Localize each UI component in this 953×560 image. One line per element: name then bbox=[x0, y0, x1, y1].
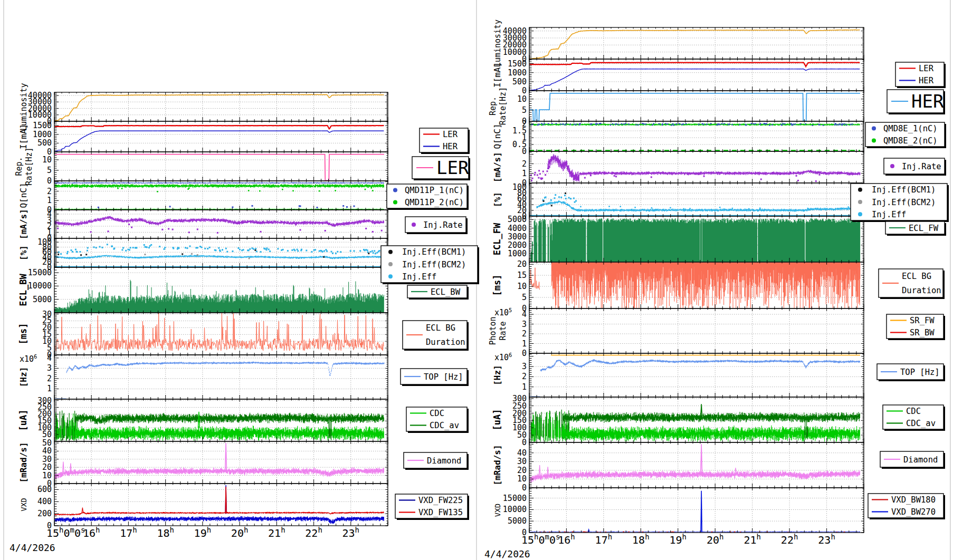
x-axis-labels-right: 15h0m0s16h17h18h19h20h21h22h23h bbox=[521, 533, 835, 546]
svg-text:40: 40 bbox=[42, 446, 52, 456]
svg-text:VXD_BW270: VXD_BW270 bbox=[891, 507, 936, 517]
svg-text:10: 10 bbox=[517, 94, 527, 104]
legend-left-currents: LERHER bbox=[420, 128, 470, 154]
svg-text:Diamond: Diamond bbox=[903, 455, 938, 465]
legend-right-charge: QMD8E_1(nC)QMD8E_2(nC) bbox=[865, 122, 946, 148]
svg-text:Inj.Eff: Inj.Eff bbox=[872, 210, 906, 219]
subplot-left-luminosity: 010000200003000040000Luminosity bbox=[19, 83, 388, 130]
svg-text:5000: 5000 bbox=[33, 295, 52, 304]
svg-text:5000: 5000 bbox=[508, 516, 527, 526]
legend-left-ecl: ECL_BW bbox=[407, 285, 469, 300]
svg-text:LER: LER bbox=[436, 157, 469, 178]
subplot-right-inj-rate: 012[mA/s] bbox=[492, 151, 864, 188]
subplot-right-diamond: 010203040[mRad/s] bbox=[492, 442, 864, 493]
svg-text:LER: LER bbox=[443, 130, 458, 139]
svg-text:TOP [Hz]: TOP [Hz] bbox=[424, 372, 463, 382]
svg-text:19h: 19h bbox=[670, 533, 687, 546]
svg-text:1000: 1000 bbox=[508, 68, 527, 78]
svg-text:40: 40 bbox=[517, 448, 527, 458]
svg-text:QMD11P_1(nC): QMD11P_1(nC) bbox=[405, 186, 464, 195]
svg-text:Rate: Rate bbox=[498, 321, 508, 340]
svg-text:Inj.Rate: Inj.Rate bbox=[902, 162, 941, 171]
svg-text:2: 2 bbox=[47, 374, 52, 383]
svg-text:16h: 16h bbox=[558, 533, 575, 546]
svg-text:10: 10 bbox=[42, 155, 52, 165]
svg-text:22h: 22h bbox=[781, 533, 798, 546]
svg-text:3000: 3000 bbox=[508, 232, 527, 242]
svg-text:Inj.Eff(BCM2): Inj.Eff(BCM2) bbox=[402, 260, 466, 269]
svg-text:2: 2 bbox=[522, 329, 527, 339]
legend-left-ecl-bg: ECL BGDuration bbox=[403, 321, 469, 351]
legend-right-vxd: VXD_BW180VXD_BW270 bbox=[868, 494, 945, 519]
svg-text:4: 4 bbox=[47, 353, 52, 363]
svg-text:16h: 16h bbox=[83, 526, 100, 539]
svg-text:3: 3 bbox=[522, 362, 527, 371]
svg-text:Diamond: Diamond bbox=[427, 456, 461, 466]
legend-right-ecl-bg: ECL BGDuration bbox=[879, 269, 945, 299]
subplot-left-ecl-bg: 051015202530[ms] bbox=[18, 310, 388, 360]
subplot-right-luminosity: 010000200003000040000Luminosity bbox=[493, 20, 864, 67]
svg-text:VXD_FW135: VXD_FW135 bbox=[418, 508, 463, 517]
svg-text:[mA/s]: [mA/s] bbox=[18, 209, 28, 239]
subplot-left-top: 1234[Hz]x106 bbox=[18, 353, 388, 399]
plots-canvas: 010000200003000040000Luminosity050010001… bbox=[0, 0, 953, 560]
legend-left-vxd: VXD_FW225VXD_FW135 bbox=[395, 494, 469, 520]
svg-text:100: 100 bbox=[37, 237, 52, 247]
svg-text:ECL_FW: ECL_FW bbox=[492, 223, 502, 255]
svg-text:50: 50 bbox=[42, 438, 52, 448]
svg-text:Inj.Eff: Inj.Eff bbox=[402, 272, 436, 282]
svg-text:30: 30 bbox=[42, 310, 52, 319]
legend-right-inj-eff: Inj.Eff(BCM1)Inj.Eff(BCM2)Inj.Eff bbox=[851, 184, 949, 222]
legend-left-cdc: CDCCDC_av bbox=[406, 407, 469, 433]
subplot-left-vxd: 0200400600VXD bbox=[20, 484, 388, 530]
svg-text:18h: 18h bbox=[632, 533, 650, 546]
svg-text:500: 500 bbox=[37, 138, 52, 148]
svg-text:300: 300 bbox=[37, 396, 52, 405]
panel-left: 010000200003000040000Luminosity050010001… bbox=[14, 83, 480, 539]
date-label-left: 4/4/2026 bbox=[9, 542, 55, 553]
subplot-right-ecl-fw: 10002000300040005000ECL_FW bbox=[492, 215, 864, 262]
svg-text:Duration: Duration bbox=[426, 337, 465, 347]
svg-text:15h0m0s: 15h0m0s bbox=[46, 526, 85, 539]
date-label-right: 4/4/2026 bbox=[484, 548, 530, 559]
svg-text:[%]: [%] bbox=[18, 245, 28, 260]
x-axis-labels-left: 15h0m0s16h17h18h19h20h21h22h23h bbox=[46, 526, 359, 539]
svg-text:20: 20 bbox=[42, 462, 52, 472]
svg-text:15: 15 bbox=[517, 271, 527, 280]
svg-text:200: 200 bbox=[37, 509, 52, 518]
subplot-left-rep-rate: 0510Rep.Rate[Hz] bbox=[14, 147, 388, 186]
svg-text:21h: 21h bbox=[268, 526, 285, 539]
legend-left-inj-eff: Inj.Eff(BCM1)Inj.Eff(BCM2)Inj.Eff bbox=[381, 246, 479, 284]
svg-text:CDC_av: CDC_av bbox=[906, 419, 936, 428]
svg-text:23h: 23h bbox=[818, 533, 835, 546]
svg-text:CDC: CDC bbox=[906, 407, 921, 416]
svg-text:QMD8E_1(nC): QMD8E_1(nC) bbox=[883, 124, 938, 133]
svg-text:x106: x106 bbox=[494, 352, 512, 362]
svg-text:3: 3 bbox=[47, 363, 52, 373]
legend-left-charge: QMD11P_1(nC)QMD11P_2(nC) bbox=[387, 184, 469, 210]
svg-text:18h: 18h bbox=[157, 526, 174, 539]
svg-text:Inj.Eff(BCM2): Inj.Eff(BCM2) bbox=[872, 198, 936, 207]
svg-text:300: 300 bbox=[512, 394, 527, 403]
svg-text:[ms]: [ms] bbox=[18, 323, 28, 345]
svg-text:1: 1 bbox=[47, 196, 52, 205]
svg-text:CDC: CDC bbox=[430, 409, 444, 418]
svg-text:Rate[Hz]: Rate[Hz] bbox=[24, 147, 34, 185]
svg-text:100: 100 bbox=[512, 182, 527, 192]
svg-text:[Hz]: [Hz] bbox=[18, 367, 28, 388]
subplot-left-cdc: 50100150200250300[uA] bbox=[18, 396, 388, 441]
svg-text:40000: 40000 bbox=[503, 26, 527, 36]
svg-text:ECL BG: ECL BG bbox=[426, 323, 455, 333]
svg-text:[mA/s]: [mA/s] bbox=[492, 152, 502, 182]
svg-text:Rep.: Rep. bbox=[488, 96, 498, 115]
svg-text:[ms]: [ms] bbox=[492, 275, 502, 296]
svg-text:30: 30 bbox=[42, 455, 52, 464]
svg-text:600: 600 bbox=[37, 485, 52, 494]
svg-text:VXD: VXD bbox=[20, 498, 28, 511]
svg-text:5000: 5000 bbox=[508, 215, 527, 224]
svg-text:20: 20 bbox=[517, 259, 527, 269]
svg-text:400: 400 bbox=[37, 497, 52, 506]
svg-text:1: 1 bbox=[522, 339, 527, 349]
svg-text:Q[nC]: Q[nC] bbox=[18, 182, 28, 208]
svg-text:10: 10 bbox=[42, 471, 52, 480]
